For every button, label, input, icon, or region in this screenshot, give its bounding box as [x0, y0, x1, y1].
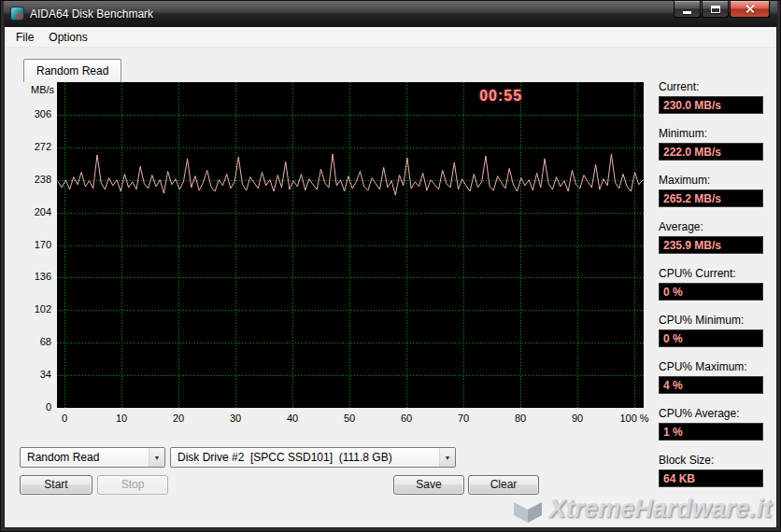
stat-cpu-average: CPU% Average: 1 % [659, 407, 763, 441]
stat-label: Average: [659, 220, 763, 233]
stat-value-box: 0 % [659, 329, 763, 347]
plot-canvas: 00:55 [57, 82, 644, 408]
app-window: AIDA64 Disk Benchmark File Options Rando… [0, 0, 781, 532]
menu-file[interactable]: File [8, 28, 41, 47]
x-tick-label: 50 [344, 413, 355, 424]
x-tick-label: 60 [401, 413, 412, 424]
stat-label: Block Size: [659, 454, 763, 467]
tab-random-read[interactable]: Random Read [23, 59, 121, 82]
x-tick-label: 100 % [619, 413, 648, 424]
test-type-value: Random Read [21, 451, 149, 464]
caption-buttons [673, 1, 770, 18]
benchmark-chart [57, 82, 644, 408]
x-tick-label: 0 [62, 413, 67, 424]
x-tick-label: 20 [173, 413, 184, 424]
start-button[interactable]: Start [20, 475, 92, 495]
test-type-select[interactable]: Random Read ▼ [20, 447, 165, 468]
stat-label: Minimum: [659, 127, 763, 140]
menubar: File Options [5, 27, 776, 48]
elapsed-timer: 00:55 [479, 88, 522, 105]
y-axis: MB/s 30627223820417013610268340 [27, 82, 57, 408]
stat-minimum: Minimum: 222.0 MB/s [659, 127, 763, 161]
x-tick-label: 90 [572, 413, 583, 424]
y-axis-unit-label: MB/s [31, 84, 54, 95]
stat-value-box: 265.2 MB/s [659, 189, 763, 207]
close-button[interactable] [730, 1, 770, 18]
stat-label: Current: [659, 80, 763, 93]
stat-value-box: 4 % [659, 376, 763, 394]
stat-label: CPU% Maximum: [659, 360, 763, 373]
stat-value-box: 0 % [659, 283, 763, 301]
stat-label: CPU% Average: [659, 407, 763, 420]
stop-button[interactable]: Stop [97, 475, 168, 495]
stat-maximum: Maximum: 265.2 MB/s [659, 174, 763, 207]
chevron-down-icon: ▼ [149, 448, 164, 467]
stat-cpu-maximum: CPU% Maximum: 4 % [659, 360, 763, 394]
stat-label: CPU% Minimum: [659, 314, 763, 327]
window-title: AIDA64 Disk Benchmark [30, 7, 153, 21]
watermark-cube-icon [510, 493, 546, 525]
x-tick-label: 10 [116, 413, 127, 424]
x-tick-label: 30 [230, 413, 241, 424]
drive-select[interactable]: Disk Drive #2 [SPCC SSD101] (111.8 GB) ▼ [170, 447, 456, 468]
maximize-button[interactable] [702, 1, 729, 18]
minimize-icon [683, 11, 691, 14]
watermark-text: XtremeHardware.it [548, 495, 772, 524]
y-tick-label: 204 [35, 206, 51, 217]
stat-average: Average: 235.9 MB/s [659, 220, 763, 254]
app-icon [10, 7, 24, 21]
stat-current: Current: 230.0 MB/s [659, 80, 763, 114]
stat-label: CPU% Current: [659, 267, 763, 280]
maximize-icon [711, 6, 720, 13]
drive-select-value: Disk Drive #2 [SPCC SSD101] (111.8 GB) [171, 451, 439, 464]
stat-cpu-current: CPU% Current: 0 % [659, 267, 763, 301]
x-tick-label: 80 [515, 413, 526, 424]
stat-label: Maximum: [659, 174, 763, 187]
y-tick-label: 0 [46, 401, 51, 413]
chart-area: MB/s 30627223820417013610268340 00:55 01… [27, 82, 644, 433]
y-tick-label: 272 [35, 141, 51, 152]
menu-options[interactable]: Options [41, 28, 94, 47]
stat-value-box: 1 % [659, 423, 763, 441]
chevron-down-icon: ▼ [439, 448, 455, 467]
x-axis: 0102030405060708090100 % [57, 408, 644, 432]
save-button[interactable]: Save [393, 475, 464, 495]
client-area: File Options Random Read MB/s 3062722382… [4, 26, 777, 528]
stat-cpu-minimum: CPU% Minimum: 0 % [659, 314, 763, 347]
x-tick-label: 70 [458, 413, 469, 424]
y-tick-label: 102 [35, 303, 51, 315]
titlebar[interactable]: AIDA64 Disk Benchmark [4, 1, 777, 26]
x-tick-label: 40 [287, 413, 298, 424]
y-tick-label: 238 [35, 174, 51, 185]
y-tick-label: 306 [35, 108, 51, 119]
stats-panel: Current: 230.0 MB/s Minimum: 222.0 MB/s … [659, 80, 763, 500]
stat-value-box: 235.9 MB/s [659, 236, 763, 254]
y-tick-label: 170 [35, 239, 51, 250]
stat-block-size: Block Size: 64 KB [659, 454, 763, 487]
y-tick-label: 34 [40, 369, 51, 380]
y-tick-label: 68 [40, 336, 51, 347]
watermark: XtremeHardware.it [510, 493, 772, 525]
y-tick-label: 136 [35, 271, 51, 282]
stat-value-box: 222.0 MB/s [659, 143, 763, 161]
stat-value-box: 230.0 MB/s [659, 96, 763, 114]
close-icon [745, 4, 755, 14]
clear-button[interactable]: Clear [468, 475, 539, 495]
stat-value-box: 64 KB [659, 469, 763, 487]
minimize-button[interactable] [674, 1, 701, 18]
